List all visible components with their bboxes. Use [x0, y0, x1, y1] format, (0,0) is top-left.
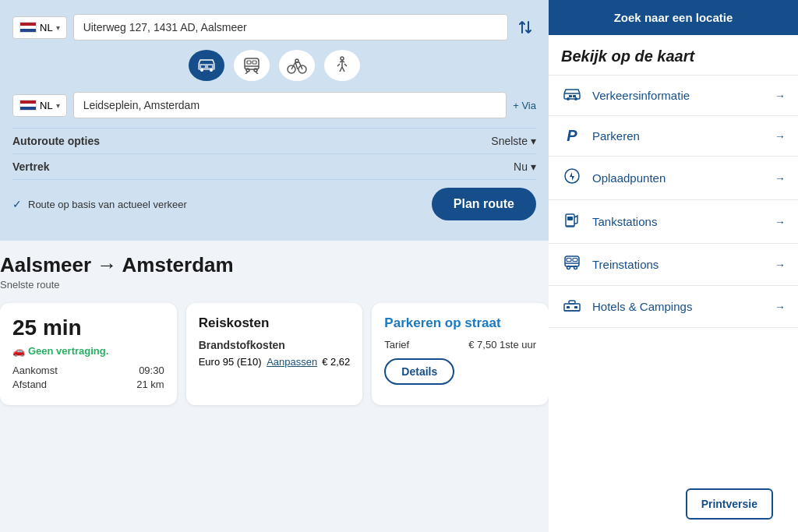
vertrek-label: Vertrek — [12, 160, 49, 173]
parkeren-title: Parkeren op straat — [384, 315, 536, 331]
route-title: Aalsmeer → Amsterdam — [0, 253, 549, 277]
no-delay-indicator: 🚗 Geen vertraging. — [12, 345, 164, 357]
svg-rect-28 — [573, 259, 577, 262]
svg-point-15 — [295, 59, 298, 62]
tankstations-label: Tankstations — [592, 215, 765, 228]
svg-rect-20 — [569, 95, 572, 97]
verkeersinformatie-arrow: → — [775, 90, 786, 102]
origin-country-select[interactable]: NL ▾ — [12, 16, 67, 39]
svg-point-18 — [567, 97, 570, 100]
tankstations-arrow: → — [775, 216, 786, 228]
origin-flag — [19, 22, 37, 33]
sidebar-item-oplaadpunten[interactable]: Oplaadpunten → — [549, 157, 798, 200]
results-section: Aalsmeer → Amsterdam Snelste route 25 mi… — [0, 241, 549, 405]
via-button[interactable]: + Via — [513, 100, 536, 111]
cards-row: 25 min 🚗 Geen vertraging. Aankomst 09:30… — [0, 303, 549, 405]
sidebar-item-treinstations[interactable]: Treinstations → — [549, 244, 798, 286]
destination-country-select[interactable]: NL ▾ — [12, 94, 67, 117]
train-icon — [242, 57, 262, 74]
origin-input[interactable] — [73, 14, 508, 41]
transport-modes — [12, 50, 536, 81]
autoroute-options-row: Autoroute opties Snelste ▾ — [12, 128, 536, 153]
origin-country-chevron: ▾ — [56, 23, 60, 32]
destination-row: NL ▾ + Via — [12, 92, 536, 118]
autoroute-label: Autoroute opties — [12, 135, 100, 147]
treinstations-label: Treinstations — [592, 258, 765, 271]
vertrek-chevron: ▾ — [531, 160, 536, 173]
arrival-row: Aankomst 09:30 — [12, 365, 164, 376]
details-button[interactable]: Details — [384, 358, 454, 385]
svg-rect-34 — [569, 301, 575, 304]
reiskosten-card: Reiskosten Brandstofkosten Euro 95 (E10)… — [186, 303, 363, 405]
transport-bike[interactable] — [279, 50, 315, 81]
svg-point-10 — [254, 69, 257, 72]
sidebar-item-parkeren[interactable]: P Parkeren → — [549, 116, 798, 157]
sidebar-item-hotels[interactable]: Hotels & Campings → — [549, 286, 798, 328]
plan-route-button[interactable]: Plan route — [432, 188, 536, 220]
svg-rect-7 — [252, 61, 256, 64]
svg-rect-21 — [573, 95, 576, 97]
svg-point-1 — [200, 69, 203, 72]
origin-row: NL ▾ — [12, 14, 536, 41]
route-subtitle: Snelste route — [0, 279, 549, 291]
tarief-row: Tarief € 7,50 1ste uur — [384, 339, 536, 351]
parkeren-icon: P — [561, 127, 583, 145]
svg-rect-3 — [201, 65, 205, 68]
origin-country-label: NL — [40, 22, 53, 33]
destination-flag — [19, 100, 37, 111]
car-small-icon: 🚗 — [12, 345, 25, 357]
printversie-container: Printversie — [549, 467, 798, 532]
swap-icon — [517, 19, 533, 35]
right-sidebar: Zoek naar een locatie Bekijk op de kaart… — [549, 0, 798, 532]
verkeersinformatie-icon — [561, 86, 583, 104]
svg-point-19 — [574, 97, 577, 100]
svg-line-12 — [256, 72, 258, 74]
transport-walk[interactable] — [324, 50, 360, 81]
walk-icon — [334, 56, 351, 75]
fuel-type: Euro 95 (E10) Aanpassen — [199, 356, 318, 368]
printversie-button[interactable]: Printversie — [686, 488, 773, 520]
sidebar-item-tankstations[interactable]: Tankstations → — [549, 200, 798, 244]
verkeersinformatie-label: Verkeersinformatie — [592, 89, 765, 102]
tankstations-icon — [561, 211, 583, 232]
swap-button[interactable] — [514, 16, 536, 38]
oplaadpunten-label: Oplaadpunten — [592, 171, 765, 185]
oplaadpunten-arrow: → — [775, 172, 786, 185]
treinstations-icon — [561, 255, 583, 274]
svg-point-2 — [210, 69, 213, 72]
sidebar-section-title: Bekijk op de kaart — [549, 35, 798, 76]
transport-train[interactable] — [234, 50, 270, 81]
vertrek-value-btn[interactable]: Nu ▾ — [514, 160, 536, 173]
traffic-checkbox-label[interactable]: ✓ Route op basis van actueel verkeer — [12, 198, 187, 210]
autoroute-value-btn[interactable]: Snelste ▾ — [491, 135, 536, 147]
svg-rect-36 — [574, 306, 577, 308]
fuel-adjust-link[interactable]: Aanpassen — [267, 356, 317, 368]
destination-country-label: NL — [40, 100, 53, 111]
hotels-arrow: → — [775, 301, 786, 313]
hotels-icon — [561, 297, 583, 316]
route-planner: NL ▾ — [0, 0, 549, 241]
duration-value: 25 min — [12, 315, 164, 340]
destination-country-chevron: ▾ — [56, 101, 60, 110]
left-panel: NL ▾ — [0, 0, 549, 532]
fuel-row: Euro 95 (E10) Aanpassen € 2,62 — [199, 356, 351, 368]
fuel-label: Brandstofkosten — [199, 339, 351, 351]
treinstations-arrow: → — [775, 259, 786, 271]
svg-rect-35 — [567, 306, 570, 308]
autoroute-chevron: ▾ — [531, 135, 536, 147]
svg-point-9 — [246, 69, 249, 72]
transport-car[interactable] — [189, 50, 224, 81]
destination-input[interactable] — [73, 92, 507, 118]
checkmark-icon: ✓ — [12, 198, 22, 210]
sidebar-search-header[interactable]: Zoek naar een locatie — [549, 0, 798, 35]
distance-row: Afstand 21 km — [12, 379, 164, 390]
svg-rect-6 — [247, 61, 251, 64]
sidebar-item-verkeersinformatie[interactable]: Verkeersinformatie → — [549, 76, 798, 116]
duration-card: 25 min 🚗 Geen vertraging. Aankomst 09:30… — [0, 303, 177, 405]
check-row: ✓ Route op basis van actueel verkeer Pla… — [12, 179, 536, 224]
reiskosten-title: Reiskosten — [199, 315, 351, 331]
parkeren-arrow: → — [775, 130, 786, 143]
vertrek-row: Vertrek Nu ▾ — [12, 153, 536, 179]
svg-point-16 — [341, 57, 344, 60]
bike-icon — [287, 57, 307, 74]
